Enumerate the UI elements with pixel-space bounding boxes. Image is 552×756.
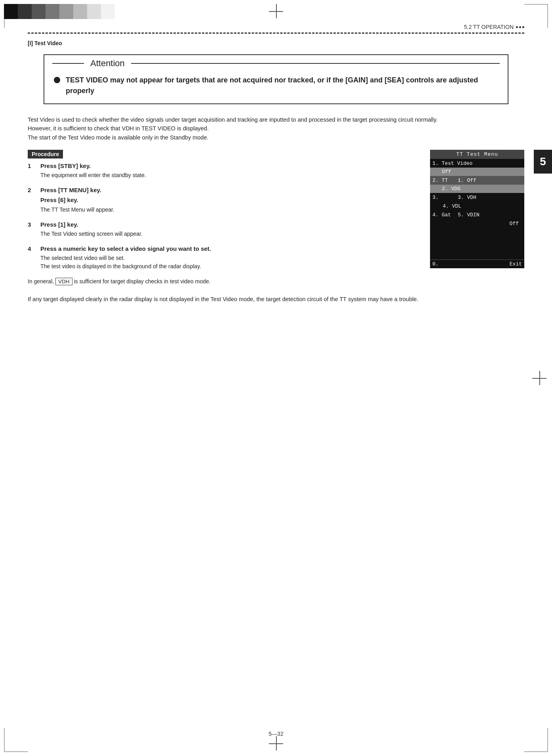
step-4-number: 4 [28, 245, 36, 274]
step-1: 1 Press [STBY] key. The equipment will e… [28, 162, 419, 183]
attention-item-text: TEST VIDEO may not appear for targets th… [66, 75, 498, 96]
body-text-3: The start of the Test Video mode is avai… [28, 133, 524, 142]
tt-menu-sub-vdg: 2. VDG [430, 185, 524, 193]
attention-item: TEST VIDEO may not appear for targets th… [54, 75, 498, 96]
attention-box: Attention TEST VIDEO may not appear for … [44, 54, 508, 104]
tt-menu-title: TT Test Menu [430, 150, 524, 159]
step-2-desc: The TT Test Menu will appear. [40, 206, 419, 214]
step-3-content: Press [1] key. The Test Video setting sc… [40, 221, 419, 241]
tt-menu-row-1: 1. Test Video [430, 159, 524, 168]
tt-menu-row-2: 2. TT 1. Off [430, 176, 524, 185]
tt-menu-label-4: 4. Gat [432, 212, 456, 218]
step-4-main: Press a numeric key to select a video si… [40, 245, 419, 252]
step-2: 2 Press [TT MENU] key. Press [6] key. Th… [28, 187, 419, 217]
tt-menu-4-off: Off [510, 221, 519, 227]
step-2-content: Press [TT MENU] key. Press [6] key. The … [40, 187, 419, 217]
top-crosshair-icon [269, 4, 283, 18]
vdh-line: In general, VDH is sufficient for target… [28, 278, 419, 285]
step-3-desc: The Test Video setting screen will appea… [40, 230, 419, 238]
tt-menu-5-vdin: 5. VDIN [458, 212, 480, 218]
step-4-desc: The selected test video will be set. The… [40, 254, 419, 271]
side-tab-number: 5 [540, 155, 546, 168]
attention-title: Attention [44, 55, 508, 72]
body-text-1: Test Video is used to check whether the … [28, 115, 524, 124]
step-1-content: Press [STBY] key. The equipment will ent… [40, 162, 419, 183]
procedure-steps: Procedure 1 Press [STBY] key. The equipm… [28, 150, 419, 285]
step-4-desc-2: The test video is displayed in the backg… [40, 262, 419, 271]
step-2-main-line1: Press [TT MENU] key. [40, 187, 419, 193]
tt-menu-4-vdl: 4. VDL [443, 203, 461, 209]
tt-menu-screen: TT Test Menu 1. Test Video Off 2. TT 1. … [430, 150, 524, 268]
tt-menu-screenshot: TT Test Menu 1. Test Video Off 2. TT 1. … [430, 150, 524, 285]
right-crosshair-icon [532, 371, 546, 385]
step-3-main: Press [1] key. [40, 221, 419, 228]
body-text-2: However, it is sufficient to check that … [28, 124, 524, 133]
tt-menu-exit-value: Exit [510, 261, 522, 267]
section-label: 5.2 TT OPERATION [464, 24, 524, 30]
step-2-number: 2 [28, 187, 36, 217]
tt-menu-sub-1off: 1. Off [458, 178, 476, 183]
step-1-number: 1 [28, 162, 36, 183]
step-2-main-line2: Press [6] key. [40, 197, 419, 203]
corner-mark-bl [4, 728, 28, 752]
bottom-crosshair-icon [269, 736, 283, 750]
corner-mark-tr [524, 4, 548, 28]
procedure-wrapper: 5 Procedure 1 Press [STBY] key. The equi… [28, 150, 524, 285]
step-4-content: Press a numeric key to select a video si… [40, 245, 419, 274]
dots-icon [516, 26, 524, 28]
tt-menu-label-3: 3. [432, 195, 456, 200]
tt-menu-spacer [430, 228, 524, 260]
tt-menu-exit-row: 0. Exit [430, 260, 524, 268]
tt-menu-row-4vdl: 4. VDL [430, 202, 524, 210]
step-2-main: Press [TT MENU] key. Press [6] key. [40, 187, 419, 203]
page-header: 5.2 TT OPERATION [28, 24, 524, 34]
body-text-block: Test Video is used to check whether the … [28, 115, 524, 142]
step-4: 4 Press a numeric key to select a video … [28, 245, 419, 274]
corner-mark-br [524, 728, 548, 752]
procedure-badge: Procedure [28, 150, 63, 158]
step-3-number: 3 [28, 221, 36, 241]
tt-menu-sub-off: Off [430, 168, 524, 176]
section-label-text: [I] Test Video [28, 40, 524, 46]
tt-menu-row-3: 3. 3. VDH [430, 193, 524, 202]
section-number-text: 5.2 TT OPERATION [464, 24, 514, 30]
bottom-note: If any target displayed clearly in the r… [28, 295, 524, 304]
side-tab-5: 5 [534, 150, 552, 174]
color-bar [4, 4, 115, 19]
tt-menu-3-vdh: 3. VDH [458, 195, 476, 200]
tt-menu-label-1: 1. Test Video [432, 160, 472, 166]
step-4-desc-1: The selected test video will be set. [40, 254, 419, 262]
step-1-main: Press [STBY] key. [40, 162, 419, 169]
step-3: 3 Press [1] key. The Test Video setting … [28, 221, 419, 241]
tt-menu-exit-label: 0. [432, 261, 439, 267]
step-1-desc: The equipment will enter the standby sta… [40, 171, 419, 179]
attention-body: TEST VIDEO may not appear for targets th… [44, 72, 508, 96]
tt-menu-label-2: 2. TT [432, 178, 456, 183]
tt-menu-row-4-value: Off [430, 219, 524, 228]
bullet-icon [54, 77, 60, 83]
page-number: 5—32 [268, 731, 283, 737]
procedure-section: Procedure 1 Press [STBY] key. The equipm… [28, 150, 524, 285]
vdh-box: VDH [55, 278, 72, 285]
tt-menu-row-4: 4. Gat 5. VDIN [430, 210, 524, 219]
